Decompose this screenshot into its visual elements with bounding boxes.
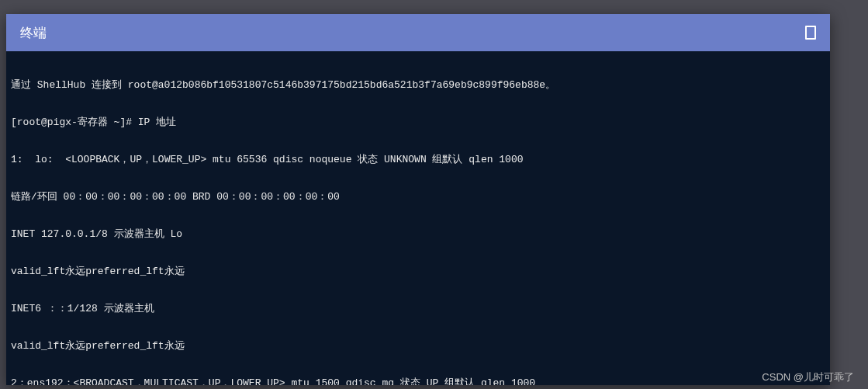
terminal-line: 1: lo: <LOOPBACK，UP，LOWER_UP> mtu 65536 … — [11, 154, 825, 166]
terminal-line: INET6 ：：1/128 示波器主机 — [11, 303, 825, 315]
terminal-line: valid_lft永远preferred_lft永远 — [11, 340, 825, 353]
terminal-window: 终端 通过 ShellHub 连接到 root@a012b086bf105318… — [6, 14, 830, 385]
window-title: 终端 — [20, 24, 47, 42]
maximize-icon[interactable] — [805, 26, 816, 40]
terminal-line: [root@pigx-寄存器 ~]# IP 地址 — [11, 116, 825, 129]
title-bar[interactable]: 终端 — [6, 14, 830, 51]
terminal-line: 2：ens192：<BROADCAST，MULTICAST，UP，LOWER_U… — [11, 377, 825, 385]
terminal-line: INET 127.0.0.1/8 示波器主机 Lo — [11, 228, 825, 241]
terminal-line: 通过 ShellHub 连接到 root@a012b086bf10531807c… — [11, 79, 825, 92]
watermark: CSDN @儿时可乖了 — [762, 370, 854, 384]
terminal-line: valid_lft永远preferred_lft永远 — [11, 266, 825, 278]
terminal-line: 链路/环回 00：00：00：00：00：00 BRD 00：00：00：00：… — [11, 191, 825, 203]
terminal-body[interactable]: 通过 ShellHub 连接到 root@a012b086bf10531807c… — [6, 51, 830, 385]
